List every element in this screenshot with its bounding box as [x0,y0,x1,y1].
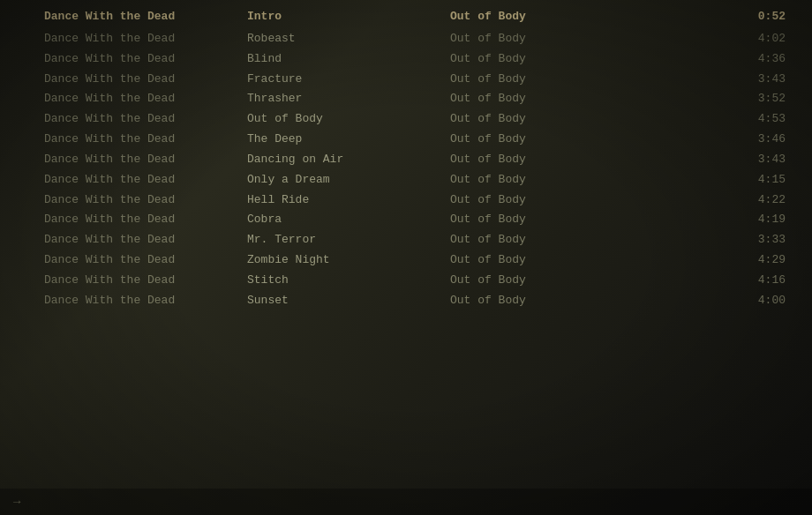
track-album: Out of Body [450,31,653,48]
track-artist: Dance With the Dead [44,91,247,108]
track-row[interactable]: Dance With the Dead Sunset Out of Body 4… [0,291,812,311]
track-artist: Dance With the Dead [44,252,247,269]
track-list: Dance With the Dead Intro Out of Body 0:… [0,0,812,318]
header-duration: 0:52 [653,9,794,26]
track-row[interactable]: Dance With the Dead Mr. Terror Out of Bo… [0,230,812,250]
track-row[interactable]: Dance With the Dead Thrasher Out of Body… [0,89,812,109]
track-row[interactable]: Dance With the Dead Zombie Night Out of … [0,250,812,271]
track-duration: 4:53 [653,111,794,128]
track-duration: 4:15 [653,172,794,189]
track-album: Out of Body [450,272,653,289]
track-title: Hell Ride [247,192,450,209]
track-album: Out of Body [450,172,653,189]
track-title: Dancing on Air [247,152,450,168]
track-artist: Dance With the Dead [44,51,247,68]
track-row[interactable]: Dance With the Dead The Deep Out of Body… [0,130,812,150]
track-album: Out of Body [450,131,653,148]
track-duration: 4:02 [653,31,794,48]
track-album: Out of Body [450,152,653,168]
track-row[interactable]: Dance With the Dead Hell Ride Out of Bod… [0,190,812,211]
track-album: Out of Body [450,192,653,209]
track-title: Mr. Terror [247,232,450,249]
track-list-header: Dance With the Dead Intro Out of Body 0:… [0,7,812,27]
track-title: Fracture [247,71,450,88]
track-row[interactable]: Dance With the Dead Fracture Out of Body… [0,70,812,90]
track-title: Only a Dream [247,172,450,189]
track-artist: Dance With the Dead [44,272,247,289]
track-title: Out of Body [247,111,450,128]
track-album: Out of Body [450,212,653,228]
track-artist: Dance With the Dead [44,232,247,249]
track-album: Out of Body [450,111,653,128]
track-title: Cobra [247,212,450,228]
header-album: Out of Body [450,9,653,26]
track-artist: Dance With the Dead [44,71,247,88]
header-title: Intro [247,9,450,26]
track-duration: 3:46 [653,131,794,148]
track-artist: Dance With the Dead [44,31,247,48]
track-title: Sunset [247,293,450,310]
track-duration: 4:00 [653,293,794,310]
track-row[interactable]: Dance With the Dead Cobra Out of Body 4:… [0,210,812,230]
header-artist: Dance With the Dead [44,9,247,26]
track-duration: 4:19 [653,212,794,228]
track-row[interactable]: Dance With the Dead Only a Dream Out of … [0,170,812,190]
track-album: Out of Body [450,293,653,310]
track-title: The Deep [247,131,450,148]
track-title: Blind [247,51,450,68]
track-title: Thrasher [247,91,450,108]
track-artist: Dance With the Dead [44,192,247,209]
track-row[interactable]: Dance With the Dead Out of Body Out of B… [0,109,812,130]
track-artist: Dance With the Dead [44,212,247,228]
track-artist: Dance With the Dead [44,131,247,148]
track-album: Out of Body [450,91,653,108]
track-title: Stitch [247,272,450,289]
track-duration: 4:22 [653,192,794,209]
track-duration: 3:43 [653,152,794,168]
track-album: Out of Body [450,252,653,269]
track-row[interactable]: Dance With the Dead Dancing on Air Out o… [0,150,812,170]
track-duration: 4:36 [653,51,794,68]
track-row[interactable]: Dance With the Dead Stitch Out of Body 4… [0,271,812,291]
track-album: Out of Body [450,232,653,249]
track-album: Out of Body [450,71,653,88]
track-row[interactable]: Dance With the Dead Blind Out of Body 4:… [0,49,812,70]
track-duration: 3:33 [653,232,794,249]
bottom-bar: → [0,489,812,515]
track-artist: Dance With the Dead [44,293,247,310]
track-duration: 3:43 [653,71,794,88]
track-artist: Dance With the Dead [44,152,247,168]
track-album: Out of Body [450,51,653,68]
track-artist: Dance With the Dead [44,111,247,128]
track-duration: 3:52 [653,91,794,108]
track-duration: 4:16 [653,272,794,289]
tracks-container: Dance With the Dead Robeast Out of Body … [0,29,812,311]
track-title: Robeast [247,31,450,48]
track-duration: 4:29 [653,252,794,269]
track-artist: Dance With the Dead [44,172,247,189]
arrow-icon: → [13,495,20,509]
track-title: Zombie Night [247,252,450,269]
track-row[interactable]: Dance With the Dead Robeast Out of Body … [0,29,812,49]
